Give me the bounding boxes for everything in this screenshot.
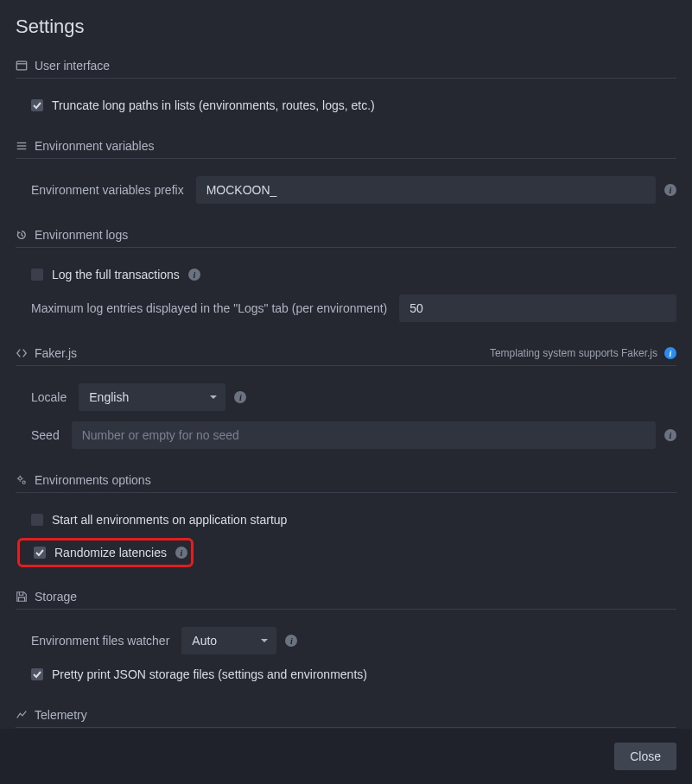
- chart-line-icon: [16, 709, 28, 721]
- footer: Close: [0, 729, 692, 784]
- info-icon[interactable]: i: [664, 429, 676, 441]
- info-icon[interactable]: i: [664, 184, 676, 196]
- info-icon[interactable]: i: [175, 547, 187, 559]
- locale-select[interactable]: English: [79, 383, 225, 411]
- row-watcher: Environment files watcher Auto i: [16, 622, 676, 660]
- chevron-down-icon: [261, 639, 268, 642]
- close-button[interactable]: Close: [614, 743, 676, 770]
- faker-right-text: Templating system supports Faker.js i: [490, 347, 676, 359]
- randomize-latencies-checkbox[interactable]: [34, 547, 46, 559]
- section-header-telemetry: Telemetry: [16, 708, 676, 728]
- section-title-storage: Storage: [35, 590, 77, 604]
- seed-input[interactable]: [72, 421, 656, 449]
- code-icon: [16, 347, 28, 359]
- watcher-label: Environment files watcher: [31, 634, 169, 648]
- max-log-input[interactable]: [399, 294, 676, 322]
- section-title-env-options: Environments options: [35, 473, 151, 487]
- seed-label: Seed: [31, 428, 60, 442]
- start-all-label: Start all environments on application st…: [52, 513, 287, 527]
- section-header-env-logs: Environment logs: [16, 228, 676, 248]
- section-env-options: Environments options Start all environme…: [16, 473, 676, 571]
- save-icon: [16, 591, 28, 603]
- section-faker: Faker.js Templating system supports Fake…: [16, 346, 676, 454]
- log-full-label: Log the full transactions: [52, 268, 180, 281]
- locale-label: Locale: [31, 390, 67, 404]
- section-user-interface: User interface Truncate long paths in li…: [16, 59, 676, 120]
- list-icon: [16, 140, 28, 152]
- info-icon[interactable]: i: [285, 635, 297, 647]
- row-pretty-print: Pretty print JSON storage files (setting…: [16, 660, 676, 689]
- section-header-env-vars: Environment variables: [16, 139, 676, 159]
- svg-point-6: [22, 481, 25, 484]
- start-all-checkbox[interactable]: [31, 514, 43, 526]
- gears-icon: [16, 474, 28, 486]
- row-max-log: Maximum log entries displayed in the "Lo…: [16, 289, 676, 327]
- env-prefix-input[interactable]: [196, 176, 656, 204]
- history-icon: [16, 229, 28, 241]
- randomize-latencies-label: Randomize latencies: [54, 546, 167, 560]
- section-title-ui: User interface: [35, 59, 110, 73]
- pretty-print-checkbox[interactable]: [31, 668, 43, 680]
- section-header-env-options: Environments options: [16, 473, 676, 493]
- truncate-paths-label: Truncate long paths in lists (environmen…: [52, 98, 375, 112]
- truncate-paths-checkbox[interactable]: [31, 99, 43, 111]
- svg-rect-0: [16, 61, 26, 70]
- section-title-telemetry: Telemetry: [35, 708, 87, 722]
- section-header-ui: User interface: [16, 59, 676, 79]
- section-title-env-logs: Environment logs: [35, 228, 128, 242]
- window-icon: [16, 60, 28, 72]
- row-locale: Locale English i: [16, 378, 676, 416]
- info-icon[interactable]: i: [188, 269, 200, 281]
- row-start-all: Start all environments on application st…: [16, 505, 676, 534]
- row-log-full: Log the full transactions i: [16, 260, 676, 289]
- section-storage: Storage Environment files watcher Auto i…: [16, 590, 676, 689]
- section-env-vars: Environment variables Environment variab…: [16, 139, 676, 209]
- page-title: Settings: [16, 16, 676, 38]
- section-title-env-vars: Environment variables: [35, 139, 155, 153]
- row-truncate-paths: Truncate long paths in lists (environmen…: [16, 91, 676, 120]
- env-prefix-label: Environment variables prefix: [31, 183, 184, 197]
- section-header-faker: Faker.js Templating system supports Fake…: [16, 346, 676, 366]
- section-env-logs: Environment logs Log the full transactio…: [16, 228, 676, 327]
- info-icon[interactable]: i: [234, 391, 246, 403]
- watcher-select[interactable]: Auto: [181, 627, 276, 654]
- row-seed: Seed i: [16, 416, 676, 454]
- row-env-prefix: Environment variables prefix i: [16, 171, 676, 209]
- pretty-print-label: Pretty print JSON storage files (setting…: [52, 667, 367, 681]
- log-full-checkbox[interactable]: [31, 269, 43, 281]
- section-title-faker: Faker.js: [35, 346, 77, 360]
- randomize-latencies-highlight: Randomize latencies i: [17, 538, 194, 567]
- section-header-storage: Storage: [16, 590, 676, 610]
- settings-panel: Settings User interface Truncate long pa…: [0, 0, 692, 769]
- max-log-label: Maximum log entries displayed in the "Lo…: [31, 301, 387, 315]
- chevron-down-icon: [210, 395, 217, 399]
- info-icon[interactable]: i: [664, 347, 676, 359]
- svg-point-5: [19, 477, 22, 481]
